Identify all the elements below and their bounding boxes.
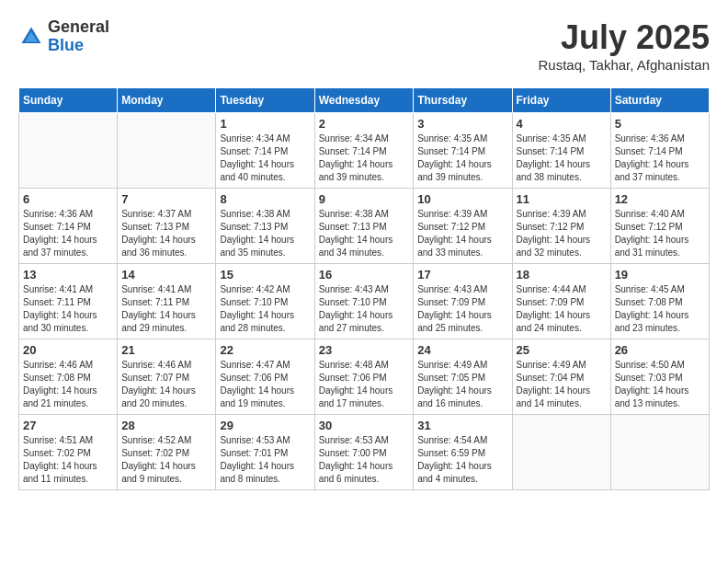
calendar-header-row: Sunday Monday Tuesday Wednesday Thursday… [19, 88, 710, 113]
day-info: Sunrise: 4:36 AM Sunset: 7:14 PM Dayligh… [615, 132, 705, 184]
day-number: 9 [319, 192, 410, 206]
calendar-cell: 14Sunrise: 4:41 AM Sunset: 7:11 PM Dayli… [118, 264, 216, 339]
day-info: Sunrise: 4:42 AM Sunset: 7:10 PM Dayligh… [220, 283, 310, 335]
header-monday: Monday [118, 88, 216, 113]
calendar-cell: 5Sunrise: 4:36 AM Sunset: 7:14 PM Daylig… [610, 113, 709, 189]
day-number: 3 [417, 117, 507, 131]
header-thursday: Thursday [414, 88, 512, 113]
calendar-cell: 3Sunrise: 4:35 AM Sunset: 7:14 PM Daylig… [414, 113, 512, 189]
day-number: 25 [517, 343, 607, 357]
calendar-cell: 20Sunrise: 4:46 AM Sunset: 7:08 PM Dayli… [19, 339, 118, 415]
day-number: 7 [121, 192, 211, 206]
calendar-cell: 11Sunrise: 4:39 AM Sunset: 7:12 PM Dayli… [512, 189, 610, 264]
calendar-cell: 22Sunrise: 4:47 AM Sunset: 7:06 PM Dayli… [216, 339, 314, 415]
month-year-title: July 2025 [538, 18, 710, 57]
day-number: 18 [517, 268, 607, 282]
calendar-cell: 10Sunrise: 4:39 AM Sunset: 7:12 PM Dayli… [414, 189, 512, 264]
day-number: 26 [615, 343, 705, 357]
calendar-table: Sunday Monday Tuesday Wednesday Thursday… [18, 87, 710, 490]
header-sunday: Sunday [19, 88, 118, 113]
calendar-cell: 27Sunrise: 4:51 AM Sunset: 7:02 PM Dayli… [19, 415, 118, 490]
day-number: 24 [417, 343, 507, 357]
day-number: 17 [417, 268, 507, 282]
day-number: 30 [319, 419, 410, 432]
calendar-cell: 16Sunrise: 4:43 AM Sunset: 7:10 PM Dayli… [314, 264, 414, 339]
day-info: Sunrise: 4:37 AM Sunset: 7:13 PM Dayligh… [121, 208, 211, 259]
calendar-cell: 15Sunrise: 4:42 AM Sunset: 7:10 PM Dayli… [216, 264, 314, 339]
day-number: 12 [615, 192, 705, 206]
day-number: 16 [319, 268, 410, 282]
calendar-cell: 28Sunrise: 4:52 AM Sunset: 7:02 PM Dayli… [118, 415, 216, 490]
day-number: 20 [23, 343, 113, 357]
day-info: Sunrise: 4:52 AM Sunset: 7:02 PM Dayligh… [121, 434, 211, 486]
calendar-cell: 23Sunrise: 4:48 AM Sunset: 7:06 PM Dayli… [314, 339, 414, 415]
logo-text: General Blue [48, 18, 109, 55]
calendar-cell [610, 415, 709, 490]
header-wednesday: Wednesday [314, 88, 414, 113]
day-info: Sunrise: 4:41 AM Sunset: 7:11 PM Dayligh… [121, 283, 211, 335]
calendar-week-row: 6Sunrise: 4:36 AM Sunset: 7:14 PM Daylig… [19, 189, 710, 264]
day-number: 23 [319, 343, 410, 357]
day-info: Sunrise: 4:46 AM Sunset: 7:07 PM Dayligh… [121, 359, 211, 410]
calendar-cell: 18Sunrise: 4:44 AM Sunset: 7:09 PM Dayli… [512, 264, 610, 339]
day-number: 22 [220, 343, 310, 357]
day-number: 19 [615, 268, 705, 282]
day-number: 1 [220, 117, 310, 131]
day-info: Sunrise: 4:35 AM Sunset: 7:14 PM Dayligh… [417, 132, 507, 184]
logo: General Blue [18, 18, 109, 55]
day-info: Sunrise: 4:38 AM Sunset: 7:13 PM Dayligh… [319, 208, 410, 259]
calendar-cell [19, 113, 118, 189]
day-number: 10 [417, 192, 507, 206]
day-number: 2 [319, 117, 410, 131]
day-number: 8 [220, 192, 310, 206]
calendar-cell: 17Sunrise: 4:43 AM Sunset: 7:09 PM Dayli… [414, 264, 512, 339]
day-info: Sunrise: 4:43 AM Sunset: 7:10 PM Dayligh… [319, 283, 410, 335]
day-info: Sunrise: 4:39 AM Sunset: 7:12 PM Dayligh… [517, 208, 607, 259]
calendar-cell: 2Sunrise: 4:34 AM Sunset: 7:14 PM Daylig… [314, 113, 414, 189]
calendar-cell: 6Sunrise: 4:36 AM Sunset: 7:14 PM Daylig… [19, 189, 118, 264]
calendar-cell: 30Sunrise: 4:53 AM Sunset: 7:00 PM Dayli… [314, 415, 414, 490]
logo-icon [18, 24, 44, 50]
day-info: Sunrise: 4:53 AM Sunset: 7:01 PM Dayligh… [220, 434, 310, 486]
calendar-cell: 1Sunrise: 4:34 AM Sunset: 7:14 PM Daylig… [216, 113, 314, 189]
day-info: Sunrise: 4:48 AM Sunset: 7:06 PM Dayligh… [319, 359, 410, 410]
day-number: 5 [615, 117, 705, 131]
calendar-cell: 26Sunrise: 4:50 AM Sunset: 7:03 PM Dayli… [610, 339, 709, 415]
calendar-cell: 24Sunrise: 4:49 AM Sunset: 7:05 PM Dayli… [414, 339, 512, 415]
day-info: Sunrise: 4:45 AM Sunset: 7:08 PM Dayligh… [615, 283, 705, 335]
day-info: Sunrise: 4:35 AM Sunset: 7:14 PM Dayligh… [517, 132, 607, 184]
calendar-cell: 21Sunrise: 4:46 AM Sunset: 7:07 PM Dayli… [118, 339, 216, 415]
calendar-cell: 29Sunrise: 4:53 AM Sunset: 7:01 PM Dayli… [216, 415, 314, 490]
calendar-cell: 7Sunrise: 4:37 AM Sunset: 7:13 PM Daylig… [118, 189, 216, 264]
day-info: Sunrise: 4:47 AM Sunset: 7:06 PM Dayligh… [220, 359, 310, 410]
header-tuesday: Tuesday [216, 88, 314, 113]
day-info: Sunrise: 4:36 AM Sunset: 7:14 PM Dayligh… [23, 208, 113, 259]
title-section: July 2025 Rustaq, Takhar, Afghanistan [538, 18, 710, 73]
day-info: Sunrise: 4:39 AM Sunset: 7:12 PM Dayligh… [417, 208, 507, 259]
calendar-cell: 19Sunrise: 4:45 AM Sunset: 7:08 PM Dayli… [610, 264, 709, 339]
calendar-cell: 31Sunrise: 4:54 AM Sunset: 6:59 PM Dayli… [414, 415, 512, 490]
day-number: 27 [23, 419, 113, 432]
page-header: General Blue July 2025 Rustaq, Takhar, A… [18, 18, 710, 73]
day-number: 6 [23, 192, 113, 206]
day-info: Sunrise: 4:46 AM Sunset: 7:08 PM Dayligh… [23, 359, 113, 410]
day-info: Sunrise: 4:40 AM Sunset: 7:12 PM Dayligh… [615, 208, 705, 259]
day-info: Sunrise: 4:54 AM Sunset: 6:59 PM Dayligh… [417, 434, 507, 486]
calendar-cell: 8Sunrise: 4:38 AM Sunset: 7:13 PM Daylig… [216, 189, 314, 264]
day-number: 31 [417, 419, 507, 432]
day-number: 13 [23, 268, 113, 282]
calendar-cell [512, 415, 610, 490]
calendar-cell: 12Sunrise: 4:40 AM Sunset: 7:12 PM Dayli… [610, 189, 709, 264]
calendar-cell: 9Sunrise: 4:38 AM Sunset: 7:13 PM Daylig… [314, 189, 414, 264]
header-friday: Friday [512, 88, 610, 113]
location-subtitle: Rustaq, Takhar, Afghanistan [538, 57, 710, 73]
day-number: 14 [121, 268, 211, 282]
day-info: Sunrise: 4:53 AM Sunset: 7:00 PM Dayligh… [319, 434, 410, 486]
day-info: Sunrise: 4:51 AM Sunset: 7:02 PM Dayligh… [23, 434, 113, 486]
calendar-cell: 4Sunrise: 4:35 AM Sunset: 7:14 PM Daylig… [512, 113, 610, 189]
day-info: Sunrise: 4:50 AM Sunset: 7:03 PM Dayligh… [615, 359, 705, 410]
logo-blue: Blue [48, 37, 109, 55]
day-info: Sunrise: 4:34 AM Sunset: 7:14 PM Dayligh… [220, 132, 310, 184]
logo-general: General [48, 18, 109, 37]
day-number: 21 [121, 343, 211, 357]
